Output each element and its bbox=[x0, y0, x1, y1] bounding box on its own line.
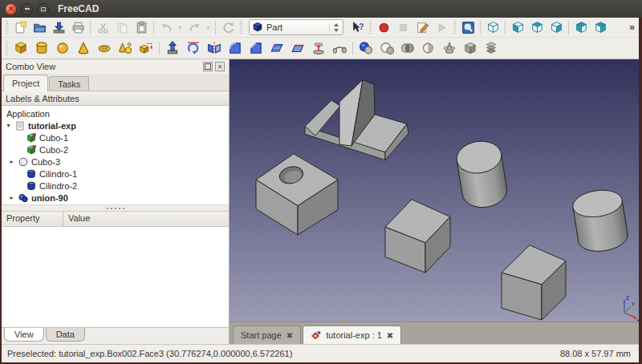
tab-close-icon[interactable]: ✖ bbox=[387, 331, 393, 340]
top-view-button[interactable] bbox=[527, 18, 547, 36]
cylinder-button[interactable] bbox=[31, 38, 52, 58]
3d-viewport[interactable]: Z Y X bbox=[230, 59, 639, 322]
paste-button[interactable] bbox=[132, 18, 151, 36]
tree-item-application[interactable]: Application bbox=[2, 107, 229, 119]
collapsed-arrow-icon[interactable]: ▸ bbox=[8, 194, 15, 201]
boolean-union-button[interactable] bbox=[356, 38, 376, 58]
chamfer-button[interactable] bbox=[246, 38, 266, 58]
expanded-arrow-icon[interactable]: ▾ bbox=[5, 122, 12, 129]
macro-stop-button[interactable] bbox=[393, 18, 412, 36]
tree-item-cilindro-2[interactable]: Cilindro-2 bbox=[2, 180, 229, 192]
tab-close-icon[interactable]: ✖ bbox=[286, 331, 293, 340]
object-cylinder-2[interactable] bbox=[571, 187, 629, 254]
whats-this-button[interactable]: ? bbox=[347, 18, 367, 36]
toolbar-drag-handle[interactable] bbox=[369, 21, 372, 34]
tree-item-cubo-1[interactable]: Cubo-1 bbox=[2, 131, 229, 144]
boolean-section-button[interactable] bbox=[418, 38, 439, 58]
workbench-spinner[interactable] bbox=[329, 23, 340, 32]
cross-sections-button[interactable] bbox=[439, 38, 460, 58]
collapsed-arrow-icon[interactable]: ▸ bbox=[8, 158, 15, 165]
toolbar-drag-handle[interactable] bbox=[453, 21, 456, 34]
tree-item-union-90[interactable]: ▸ union-90 bbox=[2, 192, 229, 204]
rear-view-button[interactable] bbox=[571, 18, 591, 36]
cone-button[interactable] bbox=[73, 38, 94, 58]
torus-button[interactable] bbox=[94, 38, 115, 58]
new-document-button[interactable] bbox=[10, 18, 30, 36]
property-table-body[interactable] bbox=[2, 227, 229, 327]
separator bbox=[90, 21, 91, 34]
macro-play-button[interactable] bbox=[432, 18, 451, 36]
workbench-selector[interactable]: Part bbox=[249, 19, 343, 35]
panel-close-button[interactable]: ✕ bbox=[215, 62, 225, 71]
tree-item-label: Application bbox=[6, 109, 50, 119]
compound-button[interactable] bbox=[460, 38, 481, 58]
save-icon bbox=[52, 21, 66, 34]
property-table-header: Property Value bbox=[2, 212, 229, 227]
tab-project[interactable]: Project bbox=[3, 75, 48, 91]
fillet-button[interactable] bbox=[225, 38, 246, 58]
sphere-button[interactable] bbox=[52, 38, 73, 58]
3d-scene[interactable]: Z Y X bbox=[230, 59, 639, 322]
sweep-button[interactable] bbox=[329, 38, 350, 58]
shape-builder-button[interactable] bbox=[136, 38, 156, 58]
primitives-button[interactable] bbox=[115, 38, 136, 58]
macro-edit-button[interactable] bbox=[412, 18, 432, 36]
print-button[interactable] bbox=[68, 18, 87, 36]
copy-button[interactable] bbox=[112, 18, 132, 36]
loft-button[interactable] bbox=[308, 38, 329, 58]
tree-item-cilindro-1[interactable]: Cilindro-1 bbox=[2, 168, 229, 180]
window-close-button[interactable]: ✕ bbox=[5, 3, 17, 15]
property-column-header[interactable]: Property bbox=[2, 212, 63, 226]
redo-dropdown[interactable]: ▾ bbox=[204, 18, 213, 36]
tab-start-page[interactable]: Start page ✖ bbox=[233, 326, 301, 344]
axonometric-view-button[interactable] bbox=[483, 18, 502, 36]
cross-sections-icon bbox=[442, 41, 457, 55]
ruled-surface-button[interactable] bbox=[287, 38, 308, 58]
tree-item-cubo-3[interactable]: ▸ Cubo-3 bbox=[2, 156, 229, 168]
revolve-icon bbox=[186, 41, 201, 55]
cut-button[interactable] bbox=[93, 18, 112, 36]
freecad-window: ✕ FreeCAD bbox=[0, 0, 642, 364]
tab-tasks[interactable]: Tasks bbox=[49, 76, 89, 91]
front-view-button[interactable] bbox=[508, 18, 527, 36]
toolbar-overflow-button[interactable]: » bbox=[627, 22, 637, 33]
compsolid-button[interactable] bbox=[481, 38, 502, 58]
tab-data[interactable]: Data bbox=[46, 328, 85, 342]
tab-tutorial-exp[interactable]: tutorial-exp : 1 ✖ bbox=[303, 326, 401, 344]
extrude-button[interactable] bbox=[162, 38, 183, 58]
cylinder-blue-icon bbox=[26, 169, 36, 179]
tree-item-document[interactable]: ▾ tutorial-exp bbox=[2, 119, 229, 131]
clipboard-icon bbox=[135, 21, 148, 34]
tree-item-cubo-2[interactable]: Cubo-2 bbox=[2, 144, 229, 156]
mirror-button[interactable] bbox=[204, 38, 225, 58]
undo-dropdown[interactable]: ▾ bbox=[176, 18, 185, 36]
value-column-header[interactable]: Value bbox=[63, 212, 229, 226]
redo-button[interactable] bbox=[185, 18, 204, 36]
sphere-icon bbox=[55, 41, 70, 55]
toolbar-drag-handle[interactable] bbox=[6, 21, 8, 34]
ruled-surface-icon bbox=[291, 41, 305, 55]
right-view-button[interactable] bbox=[547, 18, 566, 36]
tree-item-label: tutorial-exp bbox=[28, 121, 76, 131]
save-button[interactable] bbox=[49, 18, 68, 36]
tree-item-label: Cilindro-1 bbox=[39, 169, 77, 179]
toolbar-drag-handle[interactable] bbox=[6, 42, 8, 55]
undo-button[interactable] bbox=[156, 18, 176, 36]
panel-float-button[interactable] bbox=[203, 62, 213, 71]
toolbar-drag-handle[interactable] bbox=[240, 21, 242, 34]
refresh-button[interactable] bbox=[218, 18, 238, 36]
revolve-button[interactable] bbox=[183, 38, 204, 58]
panel-splitter[interactable] bbox=[2, 205, 229, 212]
left-view-button[interactable] bbox=[591, 18, 610, 36]
float-icon bbox=[205, 63, 211, 70]
fit-all-button[interactable] bbox=[458, 18, 477, 36]
macro-record-button[interactable] bbox=[374, 18, 393, 36]
tab-view[interactable]: View bbox=[4, 328, 44, 342]
make-face-button[interactable] bbox=[266, 38, 287, 58]
box-button[interactable] bbox=[10, 38, 31, 58]
open-document-button[interactable] bbox=[30, 18, 49, 36]
boolean-common-button[interactable] bbox=[397, 38, 418, 58]
window-maximize-button[interactable] bbox=[37, 3, 49, 15]
window-minimize-button[interactable] bbox=[21, 3, 33, 15]
boolean-cut-button[interactable] bbox=[376, 38, 397, 58]
